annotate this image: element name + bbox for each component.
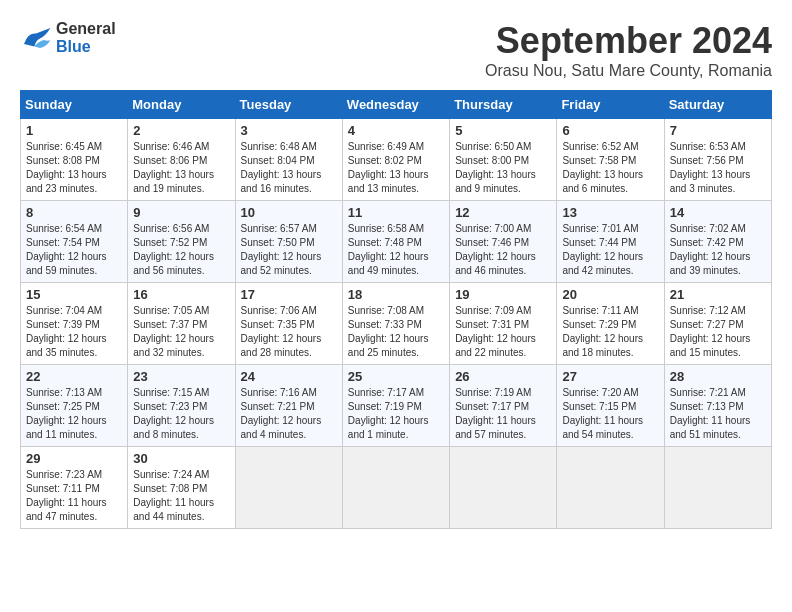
day-info: Sunrise: 7:08 AM Sunset: 7:33 PM Dayligh… [348, 304, 444, 360]
weekday-header-saturday: Saturday [664, 91, 771, 119]
day-number: 1 [26, 123, 122, 138]
day-info: Sunrise: 7:16 AM Sunset: 7:21 PM Dayligh… [241, 386, 337, 442]
day-number: 14 [670, 205, 766, 220]
day-info: Sunrise: 7:11 AM Sunset: 7:29 PM Dayligh… [562, 304, 658, 360]
day-info: Sunrise: 7:12 AM Sunset: 7:27 PM Dayligh… [670, 304, 766, 360]
calendar-cell: 26Sunrise: 7:19 AM Sunset: 7:17 PM Dayli… [450, 365, 557, 447]
day-info: Sunrise: 7:17 AM Sunset: 7:19 PM Dayligh… [348, 386, 444, 442]
day-number: 6 [562, 123, 658, 138]
day-info: Sunrise: 7:01 AM Sunset: 7:44 PM Dayligh… [562, 222, 658, 278]
day-number: 27 [562, 369, 658, 384]
calendar-cell: 20Sunrise: 7:11 AM Sunset: 7:29 PM Dayli… [557, 283, 664, 365]
day-number: 20 [562, 287, 658, 302]
calendar-week-row: 15Sunrise: 7:04 AM Sunset: 7:39 PM Dayli… [21, 283, 772, 365]
day-info: Sunrise: 7:23 AM Sunset: 7:11 PM Dayligh… [26, 468, 122, 524]
day-number: 10 [241, 205, 337, 220]
day-number: 8 [26, 205, 122, 220]
calendar-cell: 25Sunrise: 7:17 AM Sunset: 7:19 PM Dayli… [342, 365, 449, 447]
day-number: 17 [241, 287, 337, 302]
calendar-cell: 17Sunrise: 7:06 AM Sunset: 7:35 PM Dayli… [235, 283, 342, 365]
day-number: 28 [670, 369, 766, 384]
day-number: 4 [348, 123, 444, 138]
logo-icon [20, 24, 52, 52]
day-info: Sunrise: 7:20 AM Sunset: 7:15 PM Dayligh… [562, 386, 658, 442]
calendar-cell [235, 447, 342, 529]
calendar-cell: 21Sunrise: 7:12 AM Sunset: 7:27 PM Dayli… [664, 283, 771, 365]
day-info: Sunrise: 6:52 AM Sunset: 7:58 PM Dayligh… [562, 140, 658, 196]
day-number: 5 [455, 123, 551, 138]
weekday-header-row: SundayMondayTuesdayWednesdayThursdayFrid… [21, 91, 772, 119]
day-number: 2 [133, 123, 229, 138]
day-info: Sunrise: 7:13 AM Sunset: 7:25 PM Dayligh… [26, 386, 122, 442]
calendar-cell: 5Sunrise: 6:50 AM Sunset: 8:00 PM Daylig… [450, 119, 557, 201]
day-info: Sunrise: 7:00 AM Sunset: 7:46 PM Dayligh… [455, 222, 551, 278]
day-number: 13 [562, 205, 658, 220]
day-number: 7 [670, 123, 766, 138]
calendar-week-row: 1Sunrise: 6:45 AM Sunset: 8:08 PM Daylig… [21, 119, 772, 201]
day-number: 29 [26, 451, 122, 466]
day-info: Sunrise: 6:54 AM Sunset: 7:54 PM Dayligh… [26, 222, 122, 278]
day-number: 23 [133, 369, 229, 384]
day-info: Sunrise: 7:09 AM Sunset: 7:31 PM Dayligh… [455, 304, 551, 360]
logo: General Blue [20, 20, 116, 56]
day-info: Sunrise: 6:45 AM Sunset: 8:08 PM Dayligh… [26, 140, 122, 196]
title-block: September 2024 Orasu Nou, Satu Mare Coun… [485, 20, 772, 80]
month-title: September 2024 [485, 20, 772, 62]
day-info: Sunrise: 6:56 AM Sunset: 7:52 PM Dayligh… [133, 222, 229, 278]
calendar-cell: 24Sunrise: 7:16 AM Sunset: 7:21 PM Dayli… [235, 365, 342, 447]
calendar-cell: 28Sunrise: 7:21 AM Sunset: 7:13 PM Dayli… [664, 365, 771, 447]
day-number: 25 [348, 369, 444, 384]
calendar-cell [450, 447, 557, 529]
calendar-cell: 8Sunrise: 6:54 AM Sunset: 7:54 PM Daylig… [21, 201, 128, 283]
day-info: Sunrise: 7:04 AM Sunset: 7:39 PM Dayligh… [26, 304, 122, 360]
location-subtitle: Orasu Nou, Satu Mare County, Romania [485, 62, 772, 80]
calendar-cell: 1Sunrise: 6:45 AM Sunset: 8:08 PM Daylig… [21, 119, 128, 201]
day-number: 19 [455, 287, 551, 302]
weekday-header-tuesday: Tuesday [235, 91, 342, 119]
calendar-week-row: 8Sunrise: 6:54 AM Sunset: 7:54 PM Daylig… [21, 201, 772, 283]
calendar-week-row: 29Sunrise: 7:23 AM Sunset: 7:11 PM Dayli… [21, 447, 772, 529]
logo-text: General Blue [56, 20, 116, 56]
day-number: 3 [241, 123, 337, 138]
calendar-cell: 12Sunrise: 7:00 AM Sunset: 7:46 PM Dayli… [450, 201, 557, 283]
day-number: 18 [348, 287, 444, 302]
day-number: 11 [348, 205, 444, 220]
weekday-header-wednesday: Wednesday [342, 91, 449, 119]
weekday-header-friday: Friday [557, 91, 664, 119]
calendar-cell: 16Sunrise: 7:05 AM Sunset: 7:37 PM Dayli… [128, 283, 235, 365]
calendar-cell: 29Sunrise: 7:23 AM Sunset: 7:11 PM Dayli… [21, 447, 128, 529]
day-info: Sunrise: 6:53 AM Sunset: 7:56 PM Dayligh… [670, 140, 766, 196]
day-number: 9 [133, 205, 229, 220]
calendar-cell: 22Sunrise: 7:13 AM Sunset: 7:25 PM Dayli… [21, 365, 128, 447]
calendar-table: SundayMondayTuesdayWednesdayThursdayFrid… [20, 90, 772, 529]
day-info: Sunrise: 7:06 AM Sunset: 7:35 PM Dayligh… [241, 304, 337, 360]
day-info: Sunrise: 6:58 AM Sunset: 7:48 PM Dayligh… [348, 222, 444, 278]
calendar-cell: 2Sunrise: 6:46 AM Sunset: 8:06 PM Daylig… [128, 119, 235, 201]
calendar-cell: 23Sunrise: 7:15 AM Sunset: 7:23 PM Dayli… [128, 365, 235, 447]
calendar-cell: 4Sunrise: 6:49 AM Sunset: 8:02 PM Daylig… [342, 119, 449, 201]
calendar-cell: 27Sunrise: 7:20 AM Sunset: 7:15 PM Dayli… [557, 365, 664, 447]
day-number: 16 [133, 287, 229, 302]
calendar-cell: 18Sunrise: 7:08 AM Sunset: 7:33 PM Dayli… [342, 283, 449, 365]
calendar-cell [557, 447, 664, 529]
calendar-week-row: 22Sunrise: 7:13 AM Sunset: 7:25 PM Dayli… [21, 365, 772, 447]
day-number: 22 [26, 369, 122, 384]
day-info: Sunrise: 7:05 AM Sunset: 7:37 PM Dayligh… [133, 304, 229, 360]
calendar-cell [342, 447, 449, 529]
calendar-cell: 15Sunrise: 7:04 AM Sunset: 7:39 PM Dayli… [21, 283, 128, 365]
day-info: Sunrise: 6:57 AM Sunset: 7:50 PM Dayligh… [241, 222, 337, 278]
day-info: Sunrise: 7:02 AM Sunset: 7:42 PM Dayligh… [670, 222, 766, 278]
weekday-header-thursday: Thursday [450, 91, 557, 119]
calendar-cell: 6Sunrise: 6:52 AM Sunset: 7:58 PM Daylig… [557, 119, 664, 201]
day-info: Sunrise: 6:48 AM Sunset: 8:04 PM Dayligh… [241, 140, 337, 196]
day-info: Sunrise: 6:50 AM Sunset: 8:00 PM Dayligh… [455, 140, 551, 196]
calendar-cell: 10Sunrise: 6:57 AM Sunset: 7:50 PM Dayli… [235, 201, 342, 283]
day-number: 24 [241, 369, 337, 384]
day-number: 12 [455, 205, 551, 220]
calendar-cell: 14Sunrise: 7:02 AM Sunset: 7:42 PM Dayli… [664, 201, 771, 283]
day-info: Sunrise: 7:15 AM Sunset: 7:23 PM Dayligh… [133, 386, 229, 442]
calendar-cell: 7Sunrise: 6:53 AM Sunset: 7:56 PM Daylig… [664, 119, 771, 201]
weekday-header-sunday: Sunday [21, 91, 128, 119]
page-header: General Blue September 2024 Orasu Nou, S… [20, 20, 772, 80]
calendar-cell: 13Sunrise: 7:01 AM Sunset: 7:44 PM Dayli… [557, 201, 664, 283]
